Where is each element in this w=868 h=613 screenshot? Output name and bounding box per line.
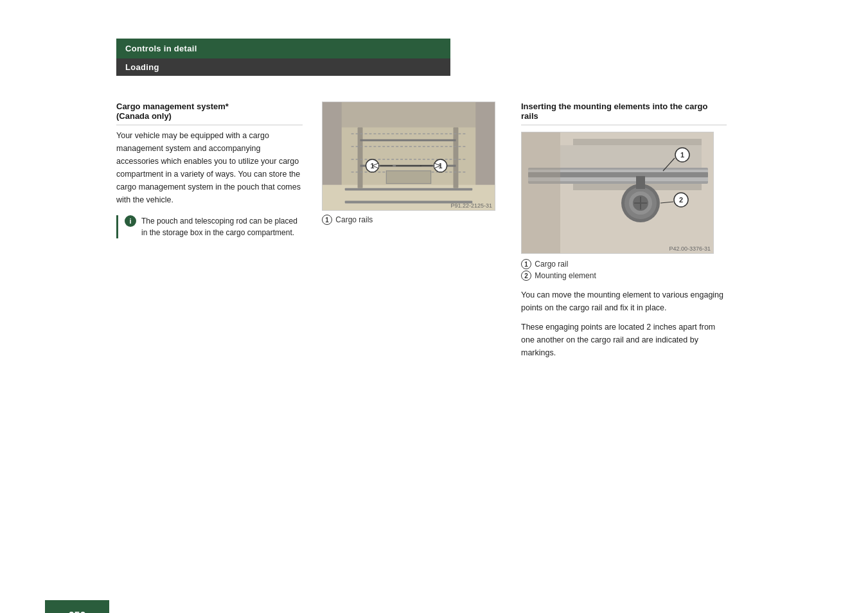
page-container: Controls in detail Loading Cargo managem… bbox=[0, 39, 868, 613]
right-caption-2: 2 Mounting element bbox=[521, 271, 727, 281]
info-box: i The pouch and telescoping rod can be p… bbox=[116, 215, 303, 238]
cargo-system-title: Cargo management system*(Canada only) bbox=[116, 102, 229, 121]
right-image-ref: P42.00-3376-31 bbox=[669, 245, 711, 252]
middle-column: 1 1 bbox=[322, 102, 502, 366]
svg-text:1: 1 bbox=[680, 151, 684, 159]
svg-rect-8 bbox=[453, 127, 458, 188]
right-caption-list: 1 Cargo rail 2 Mounting element bbox=[521, 259, 727, 281]
controls-in-detail-text: Controls in detail bbox=[125, 44, 197, 53]
svg-text:2: 2 bbox=[679, 196, 683, 204]
header-section: Controls in detail Loading bbox=[116, 39, 450, 76]
right-caption-2-label: Mounting element bbox=[535, 271, 596, 280]
section-body: Your vehicle may be equipped with a carg… bbox=[116, 129, 303, 206]
caption-label: Cargo rails bbox=[335, 215, 373, 224]
right-image-svg: 1 2 bbox=[522, 132, 714, 254]
right-column: Inserting the mounting elements into the… bbox=[521, 102, 727, 366]
right-circled-1: 1 bbox=[521, 259, 531, 269]
page-number-box: 252 bbox=[45, 600, 109, 613]
loading-bar: Loading bbox=[116, 58, 450, 76]
svg-rect-1 bbox=[323, 102, 495, 128]
right-body-1: You can move the mounting element to var… bbox=[521, 289, 727, 314]
right-caption-1-label: Cargo rail bbox=[535, 260, 568, 269]
page-number-text: 252 bbox=[69, 610, 86, 613]
svg-rect-5 bbox=[345, 188, 473, 191]
cargo-rails-image: 1 1 bbox=[322, 102, 495, 211]
loading-text: Loading bbox=[125, 62, 159, 72]
middle-image-caption: 1 Cargo rails bbox=[322, 215, 502, 225]
left-column: Cargo management system*(Canada only) Yo… bbox=[116, 102, 303, 366]
info-text: The pouch and telescoping rod can be pla… bbox=[141, 215, 303, 238]
right-section-title: Inserting the mounting elements into the… bbox=[521, 102, 727, 125]
svg-rect-44 bbox=[522, 132, 560, 254]
svg-rect-37 bbox=[636, 176, 645, 189]
right-circled-2: 2 bbox=[521, 271, 531, 281]
right-body-2: These engaging points are located 2 inch… bbox=[521, 321, 727, 359]
svg-rect-7 bbox=[358, 127, 363, 188]
right-image: 1 2 P42.00-3376-31 bbox=[521, 132, 714, 254]
cargo-image-svg: 1 1 bbox=[323, 102, 495, 211]
main-content: Cargo management system*(Canada only) Yo… bbox=[116, 102, 759, 366]
middle-image-ref: P91.22-2125-31 bbox=[450, 202, 492, 209]
info-icon-area: i bbox=[125, 215, 136, 238]
info-icon: i bbox=[125, 215, 136, 227]
section-title: Cargo management system*(Canada only) bbox=[116, 102, 303, 125]
right-caption-1: 1 Cargo rail bbox=[521, 259, 727, 269]
caption-circled-1: 1 bbox=[322, 215, 332, 225]
controls-in-detail-bar: Controls in detail bbox=[116, 39, 450, 58]
svg-rect-24 bbox=[386, 171, 430, 184]
